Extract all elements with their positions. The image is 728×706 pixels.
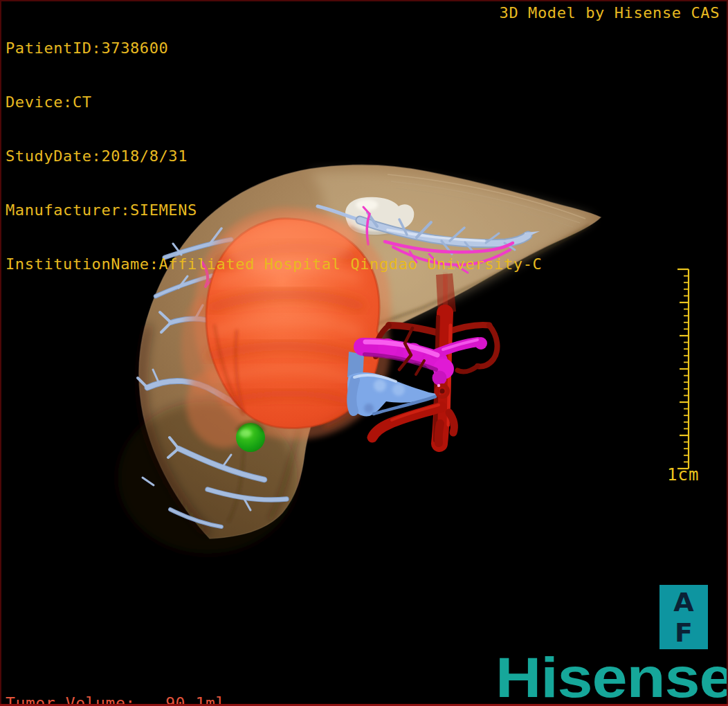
orientation-letter-anterior: A <box>673 587 693 617</box>
orientation-letter-feet: F <box>675 617 693 648</box>
orientation-cube[interactable]: A F <box>659 585 708 649</box>
scale-label: 1cm <box>667 465 699 485</box>
watermark-text: 3D Model by Hisense CAS <box>500 4 720 21</box>
scale-ruler <box>677 269 689 469</box>
tumor-volume-text: Tumor Volume: 90.1ml <box>6 694 226 706</box>
hisense-logo: Hisense <box>495 649 728 706</box>
study-date-text: StudyDate:2018/8/31 <box>6 147 542 165</box>
patient-id-text: PatientID:3738600 <box>6 39 542 57</box>
dicom-info-block: PatientID:3738600 Device:CT StudyDate:20… <box>6 3 542 309</box>
volume-readout-block: Tumor Volume: 90.1ml Liver Volume: 447.3… <box>6 658 226 706</box>
hisense-cas-3d-viewer-window: PatientID:3738600 Device:CT StudyDate:20… <box>0 0 728 706</box>
institution-text: InstitutionName:Affiliated Hospital Qing… <box>6 255 542 273</box>
manufacturer-text: Manufacturer:SIEMENS <box>6 201 542 219</box>
green-structure <box>236 423 265 452</box>
device-text: Device:CT <box>6 93 542 111</box>
